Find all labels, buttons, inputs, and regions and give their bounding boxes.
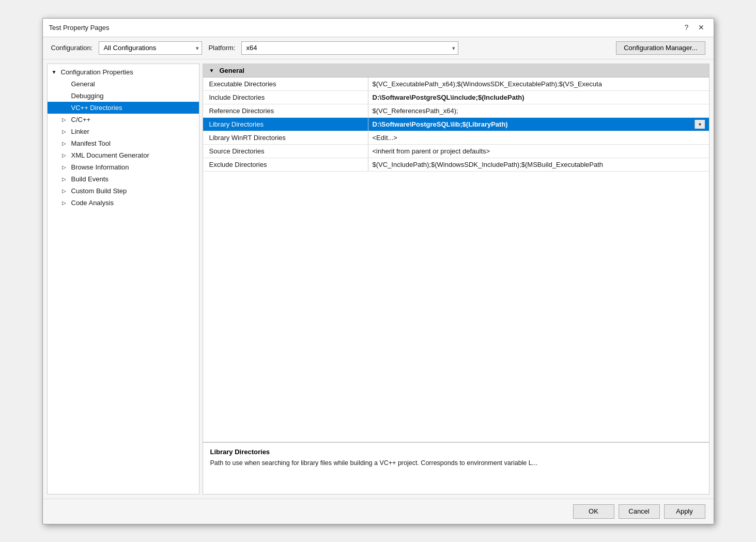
close-button[interactable]: ✕	[695, 21, 707, 34]
config-manager-button[interactable]: Configuration Manager...	[616, 41, 705, 55]
expand-icon: ▷	[62, 164, 69, 170]
expand-icon: ▷	[62, 188, 69, 194]
prop-value-text: <Edit...>	[373, 134, 705, 142]
tree-item-general[interactable]: General	[48, 78, 199, 90]
property-row-include-dirs[interactable]: Include DirectoriesD:\Software\PostgreSQ…	[203, 91, 709, 104]
prop-name: Source Directories	[203, 145, 368, 158]
main-content: ▼Configuration PropertiesGeneralDebuggin…	[43, 59, 714, 499]
dialog-window: Test Property Pages ? ✕ Configuration: A…	[42, 18, 714, 524]
expand-icon: ▷	[62, 200, 69, 206]
expand-icon: ▼	[52, 69, 59, 75]
prop-name: Executable Directories	[203, 78, 368, 90]
title-bar: Test Property Pages ? ✕	[43, 19, 714, 37]
tree-item-label: Custom Build Step	[71, 187, 127, 195]
property-row-library-dirs[interactable]: Library DirectoriesD:\Software\PostgreSQ…	[203, 118, 709, 131]
cancel-button[interactable]: Cancel	[619, 504, 660, 519]
config-label: Configuration:	[51, 44, 93, 52]
expand-icon: ▷	[62, 141, 69, 146]
platform-label: Platform:	[208, 44, 235, 52]
tree-item-code-analysis[interactable]: ▷Code Analysis	[48, 197, 199, 209]
prop-name: Reference Directories	[203, 104, 368, 117]
tree-item-xml-doc[interactable]: ▷XML Document Generator	[48, 149, 199, 161]
prop-value-text: D:\Software\PostgreSQL\lib;$(LibraryPath…	[373, 120, 695, 128]
prop-value-text: $(VC_IncludePath);$(WindowsSDK_IncludePa…	[373, 161, 705, 168]
tree-item-label: Build Events	[71, 175, 109, 183]
expand-icon: ▷	[62, 129, 69, 134]
prop-value-text: <inherit from parent or project defaults…	[373, 147, 705, 155]
tree-item-label: XML Document Generator	[71, 151, 149, 159]
tree-item-debugging[interactable]: Debugging	[48, 90, 199, 102]
tree-item-label: Debugging	[71, 92, 104, 100]
tree-item-linker[interactable]: ▷Linker	[48, 126, 199, 137]
tree-item-label: Linker	[71, 128, 89, 135]
prop-value[interactable]: $(VC_IncludePath);$(WindowsSDK_IncludePa…	[368, 158, 709, 171]
tree-item-label: General	[71, 80, 95, 88]
tree-item-label: VC++ Directories	[71, 104, 122, 112]
prop-value[interactable]: <inherit from parent or project defaults…	[368, 145, 709, 158]
tree-item-label: C/C++	[71, 116, 91, 123]
help-button[interactable]: ?	[681, 21, 693, 34]
prop-value[interactable]: D:\Software\PostgreSQL\include;$(Include…	[368, 91, 709, 104]
property-row-exclude-dirs[interactable]: Exclude Directories$(VC_IncludePath);$(W…	[203, 158, 709, 172]
tree-item-build-events[interactable]: ▷Build Events	[48, 173, 199, 185]
prop-value[interactable]: D:\Software\PostgreSQL\lib;$(LibraryPath…	[368, 118, 709, 131]
window-title: Test Property Pages	[49, 24, 110, 32]
property-row-source-dirs[interactable]: Source Directories<inherit from parent o…	[203, 145, 709, 158]
prop-name: Library Directories	[203, 118, 368, 131]
expand-icon: ▷	[62, 152, 69, 158]
expand-icon: ▷	[62, 176, 69, 182]
tree-item-vc-dirs[interactable]: VC++ Directories	[48, 102, 199, 114]
apply-button[interactable]: Apply	[664, 504, 705, 519]
bottom-bar: OK Cancel Apply	[43, 499, 714, 524]
prop-value-text: D:\Software\PostgreSQL\include;$(Include…	[373, 94, 705, 101]
config-bar: Configuration: All Configurations Platfo…	[43, 37, 714, 59]
prop-value-text: $(VC_ReferencesPath_x64);	[373, 107, 705, 115]
tree-item-custom-build[interactable]: ▷Custom Build Step	[48, 185, 199, 197]
property-row-reference-dirs[interactable]: Reference Directories$(VC_ReferencesPath…	[203, 104, 709, 118]
tree-item-label: Configuration Properties	[61, 68, 133, 76]
description-panel: Library Directories Path to use when sea…	[203, 442, 709, 494]
group-label: General	[220, 67, 244, 74]
tree-item-label: Code Analysis	[71, 199, 114, 207]
tree-item-browse-info[interactable]: ▷Browse Information	[48, 161, 199, 173]
tree-item-cpp[interactable]: ▷C/C++	[48, 114, 199, 126]
tree-item-label: Browse Information	[71, 163, 129, 171]
group-collapse-icon: ▼	[209, 68, 217, 73]
expand-icon: ▷	[62, 117, 69, 122]
property-table: ▼ General Executable Directories$(VC_Exe…	[203, 64, 709, 442]
tree-item-config-props[interactable]: ▼Configuration Properties	[48, 66, 199, 78]
tree-item-manifest[interactable]: ▷Manifest Tool	[48, 137, 199, 149]
ok-button[interactable]: OK	[573, 504, 614, 519]
description-text: Path to use when searching for library f…	[210, 459, 702, 468]
prop-name: Library WinRT Directories	[203, 131, 368, 144]
platform-select-wrapper: x64	[241, 41, 458, 55]
tree-panel: ▼Configuration PropertiesGeneralDebuggin…	[47, 64, 199, 494]
property-row-executable-dirs[interactable]: Executable Directories$(VC_ExecutablePat…	[203, 78, 709, 91]
prop-value[interactable]: <Edit...>	[368, 131, 709, 144]
config-select[interactable]: All Configurations	[99, 41, 202, 55]
prop-dropdown-arrow[interactable]: ▾	[695, 120, 705, 129]
property-row-library-winrt-dirs[interactable]: Library WinRT Directories<Edit...>	[203, 131, 709, 145]
tree-item-label: Manifest Tool	[71, 140, 111, 147]
property-panel: ▼ General Executable Directories$(VC_Exe…	[203, 64, 709, 494]
config-select-wrapper: All Configurations	[99, 41, 202, 55]
prop-value-text: $(VC_ExecutablePath_x64);$(WindowsSDK_Ex…	[373, 80, 705, 88]
prop-value[interactable]: $(VC_ExecutablePath_x64);$(WindowsSDK_Ex…	[368, 78, 709, 90]
property-group-header[interactable]: ▼ General	[203, 64, 709, 78]
platform-select[interactable]: x64	[241, 41, 458, 55]
prop-name: Include Directories	[203, 91, 368, 104]
title-bar-controls: ? ✕	[681, 21, 707, 34]
prop-value[interactable]: $(VC_ReferencesPath_x64);	[368, 104, 709, 117]
prop-name: Exclude Directories	[203, 158, 368, 171]
description-title: Library Directories	[210, 448, 702, 456]
